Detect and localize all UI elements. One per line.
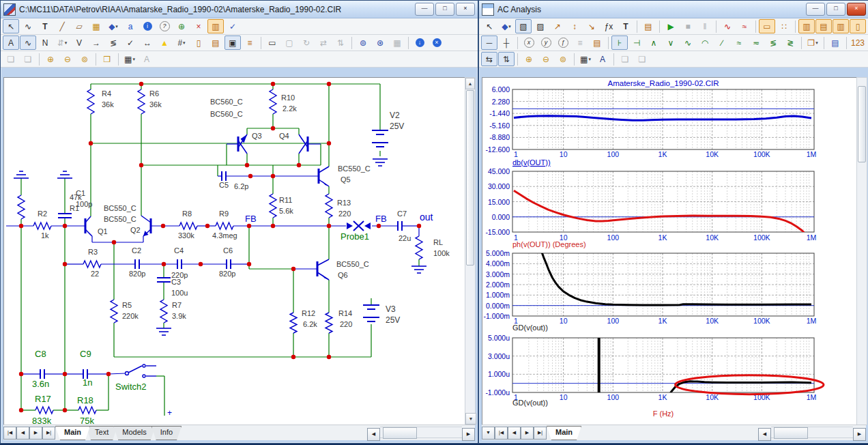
tag-left-icon[interactable]: ⊦ — [611, 35, 628, 50]
scroll-down-icon[interactable]: ▼ — [465, 413, 476, 425]
stop-icon[interactable]: ■ — [680, 19, 696, 33]
bus-icon[interactable]: ▦ — [88, 19, 104, 33]
component-icon[interactable]: ◆▾ — [498, 19, 515, 33]
properties-icon[interactable]: ▤ — [640, 19, 656, 33]
select-mode-icon[interactable]: ↖ — [481, 19, 497, 33]
go-to-branch-icon[interactable]: ≡ — [572, 35, 588, 50]
copy-back-icon[interactable]: ❏ — [20, 52, 36, 66]
zoom-out-icon[interactable]: ⊖ — [538, 52, 554, 66]
scroll-left-icon[interactable]: ◀ — [367, 428, 380, 441]
scale-right-icon[interactable]: ↗ — [549, 19, 566, 33]
box-move-icon[interactable]: ▭ — [264, 35, 280, 50]
x-axis-scale-icon[interactable]: ⇆ — [481, 52, 497, 66]
schematic-vertical-scrollbar[interactable]: ▲ ▼ — [465, 77, 476, 425]
close-button[interactable]: × — [847, 3, 866, 16]
peak-icon[interactable]: ∧ — [646, 35, 662, 50]
global-low-icon[interactable]: ≶ — [765, 35, 781, 50]
select-mode-icon[interactable]: ↖ — [3, 19, 19, 33]
analysis-limits-icon[interactable]: ∿ — [719, 19, 736, 33]
show-node-voltages-icon[interactable]: V — [71, 35, 87, 50]
pane-layout-2-icon[interactable]: ▤ — [815, 19, 832, 33]
go-to-y-icon[interactable]: y — [538, 35, 554, 50]
performance-fx-icon[interactable]: ƒx — [601, 19, 617, 33]
show-cursor-icon[interactable]: ↔ — [139, 35, 156, 50]
schematic-canvas[interactable]: R436kR636kBC560_CBC560_CR102.2kV225VQ3Q4… — [3, 77, 465, 425]
font-icon[interactable]: A — [594, 52, 611, 66]
pane-layout-4-icon[interactable]: ▯ — [850, 19, 866, 33]
scale-vertical-icon[interactable]: ↕ — [566, 19, 583, 33]
slope-icon[interactable]: ∕ — [714, 35, 730, 50]
plot-vertical-scrollbar[interactable] — [856, 77, 867, 425]
info-pages-icon[interactable]: ▦ — [389, 35, 405, 50]
horizontal-cursor-icon[interactable]: ─ — [481, 35, 497, 50]
horizontal-scrollbar[interactable]: ◀▶ — [758, 427, 866, 438]
next-page-icon[interactable]: ▶ — [521, 427, 534, 440]
show-pin-markers-icon[interactable]: ⇵▾ — [54, 35, 70, 50]
grid-select-icon[interactable]: ▦▾ — [577, 52, 594, 66]
zoom-out-icon[interactable]: ⊖ — [59, 52, 76, 66]
scroll-right-icon[interactable]: ▶ — [853, 428, 866, 441]
text-mode-icon[interactable]: T — [618, 19, 634, 33]
global-high-icon[interactable]: ≂ — [748, 35, 764, 50]
model-eval-icon[interactable]: × — [190, 19, 207, 33]
tab-text[interactable]: Text — [86, 426, 117, 440]
scroll-thumb[interactable] — [774, 427, 808, 439]
scroll-thumb[interactable] — [466, 90, 474, 265]
tab-models[interactable]: Models — [113, 426, 155, 440]
go-to-x-icon[interactable]: x — [521, 35, 537, 50]
plot-area[interactable]: 6.0002.280-1.440-5.160-8.880-12.60011010… — [482, 77, 856, 425]
find-component-icon[interactable]: ⊚ — [355, 35, 371, 50]
tab-main[interactable]: Main — [547, 426, 581, 440]
text-area-icon[interactable]: ▤ — [207, 35, 224, 50]
prev-page-icon[interactable]: ◀ — [508, 427, 521, 440]
scale-corner-icon[interactable]: ↘ — [583, 19, 600, 33]
pane-layout-3-icon[interactable]: ▥ — [833, 19, 849, 33]
show-power-icon[interactable]: ≶ — [105, 35, 121, 50]
first-page-icon[interactable]: |◀ — [3, 427, 16, 440]
close-button[interactable]: × — [456, 3, 475, 16]
high-icon[interactable]: ∿ — [680, 35, 696, 50]
run-icon[interactable]: ▶ — [663, 19, 679, 33]
show-conditions-icon[interactable]: ✓ — [122, 35, 139, 50]
text-mode-icon[interactable]: T — [37, 19, 53, 33]
shape-mode-icon[interactable]: ▱ — [71, 19, 87, 33]
rule-check-icon[interactable]: ✓ — [225, 19, 241, 33]
show-wire-attr-icon[interactable]: ∿ — [20, 35, 36, 50]
region-toggle-icon[interactable]: ▥ — [207, 19, 224, 33]
area-icon[interactable]: ▢ — [281, 35, 298, 50]
crosshair-cursor-icon[interactable]: ┼ — [498, 35, 515, 50]
wire-mode-icon[interactable]: ∿ — [20, 19, 36, 33]
inflection-icon[interactable]: ≈ — [731, 35, 747, 50]
browser-icon[interactable]: ⊕ — [173, 19, 190, 33]
restore-button[interactable]: □ — [435, 3, 454, 16]
last-page-icon[interactable]: ▶| — [534, 427, 547, 440]
bottom-icon[interactable]: ≷ — [782, 35, 798, 50]
minimize-button[interactable]: — — [415, 3, 434, 16]
show-node-numbers-icon[interactable]: N — [37, 35, 53, 50]
page-list-icon[interactable]: ▼ — [482, 427, 495, 440]
stepping-icon[interactable]: ≈ — [736, 19, 753, 33]
pause-icon[interactable]: ‖ — [697, 19, 713, 33]
next-page-icon[interactable]: ▶ — [29, 427, 42, 440]
find-icon[interactable]: ⊛ — [372, 35, 388, 50]
analysis-titlebar[interactable]: AC Analysis —□× — [479, 1, 868, 18]
scale-mode-icon[interactable]: ▧ — [515, 19, 532, 33]
minimize-button[interactable]: — — [806, 3, 825, 16]
prev-page-icon[interactable]: ◀ — [16, 427, 29, 440]
pane-layout-1-icon[interactable]: ▥ — [798, 19, 815, 33]
go-to-performance-icon[interactable]: ƒ — [555, 35, 571, 50]
grid-select-icon[interactable]: ▦▾ — [121, 52, 138, 66]
tab-main[interactable]: Main — [55, 426, 90, 440]
info-icon[interactable]: i — [139, 19, 156, 33]
rotate-icon[interactable]: ↻ — [298, 35, 315, 50]
attribute-icon[interactable]: a — [122, 19, 139, 33]
flip-y-icon[interactable]: ⇅ — [332, 35, 349, 50]
cursor-properties-icon[interactable]: ▤ — [589, 35, 605, 50]
y-axis-scale-icon[interactable]: ⇅ — [498, 52, 515, 66]
font-icon[interactable]: A — [139, 52, 155, 66]
last-page-icon[interactable]: ▶| — [42, 427, 55, 440]
show-attributes-icon[interactable]: A — [3, 35, 19, 50]
scroll-track[interactable] — [771, 427, 853, 438]
properties-icon[interactable]: ≡ — [242, 35, 258, 50]
schematic-titlebar[interactable]: C:\MC11\DATA\Petrov\RIAA\Amatarske_Radio… — [1, 1, 478, 18]
